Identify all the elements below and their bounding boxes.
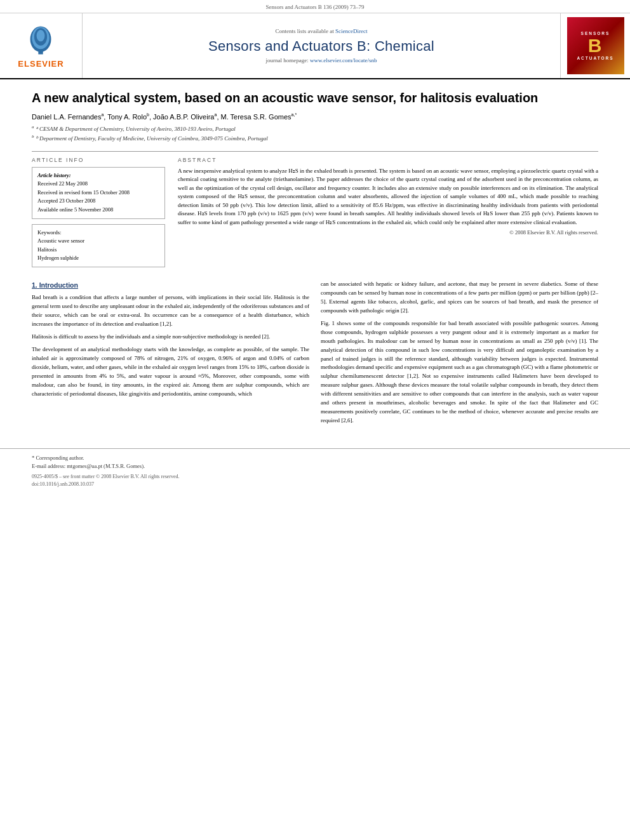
sensors-actuators-logo: SENSORS B ACTUATORS bbox=[567, 17, 624, 74]
article-area: A new analytical system, based on an aco… bbox=[0, 79, 630, 274]
contents-label: Contents lists available at bbox=[276, 28, 334, 34]
sciencedirect-link[interactable]: ScienceDirect bbox=[335, 28, 367, 34]
citation-text: Sensors and Actuators B 136 (2009) 73–79 bbox=[266, 4, 365, 10]
article-history-box: Article history: Received 22 May 2008 Re… bbox=[32, 167, 165, 219]
elsevier-tree-icon bbox=[22, 23, 60, 58]
corresponding-author-note: * Corresponding author. bbox=[32, 454, 598, 462]
keywords-label: Keywords: bbox=[37, 229, 159, 237]
sensors-logo-area: SENSORS B ACTUATORS bbox=[560, 13, 630, 78]
sensors-logo-b: B bbox=[577, 36, 613, 55]
corresponding-label: * Corresponding author. bbox=[32, 455, 84, 461]
doi-line: doi:10.1016/j.snb.2008.10.037 bbox=[32, 481, 598, 488]
elsevier-logo-area: ELSEVIER bbox=[0, 13, 83, 78]
intro-para2: Halitosis is difficult to assess by the … bbox=[32, 333, 309, 342]
abstract-label: ABSTRACT bbox=[178, 157, 598, 163]
received-revised-date: Received in revised form 15 October 2008 bbox=[37, 189, 159, 197]
citation-header: Sensors and Actuators B 136 (2009) 73–79 bbox=[0, 0, 630, 13]
footnote-area: * Corresponding author. E-mail address: … bbox=[0, 448, 630, 470]
affiliation-a: a ᵃ CESAM & Department of Chemistry, Uni… bbox=[32, 124, 598, 134]
right-column: can be associated with hepatic or kidney… bbox=[321, 280, 598, 429]
intro-para3: The development of an analytical methodo… bbox=[32, 345, 309, 399]
copyright-line: © 2008 Elsevier B.V. All rights reserved… bbox=[178, 229, 598, 236]
issn-line: 0925-4005/$ – see front matter © 2008 El… bbox=[32, 473, 598, 481]
authors-line: Daniel L.A. Fernandesa, Tony A. Rolob, J… bbox=[32, 112, 598, 121]
intro-section-title: 1. Introduction bbox=[32, 280, 309, 290]
elsevier-logo: ELSEVIER bbox=[18, 23, 64, 69]
svg-point-4 bbox=[37, 30, 45, 41]
history-label: Article history: bbox=[37, 171, 159, 180]
left-column: 1. Introduction Bad breath is a conditio… bbox=[32, 280, 309, 429]
email-label: E-mail address: bbox=[32, 463, 65, 469]
article-info-column: ARTICLE INFO Article history: Received 2… bbox=[32, 157, 165, 267]
intro-para1: Bad breath is a condition that affects a… bbox=[32, 293, 309, 329]
article-title: A new analytical system, based on an aco… bbox=[32, 90, 598, 106]
keyword-1: Acoustic wave sensor bbox=[37, 237, 159, 246]
article-info-label: ARTICLE INFO bbox=[32, 157, 165, 163]
article-divider bbox=[32, 151, 598, 152]
intro-title: Introduction bbox=[39, 281, 78, 289]
intro-para5: Fig. 1 shows some of the compounds respo… bbox=[321, 319, 598, 425]
received-date: Received 22 May 2008 bbox=[37, 180, 159, 189]
affiliation-b: b ᵇ Department of Dentistry, Faculty of … bbox=[32, 133, 598, 143]
intro-number: 1. bbox=[32, 281, 37, 289]
bottom-info: 0925-4005/$ – see front matter © 2008 El… bbox=[0, 470, 630, 491]
keyword-2: Halitosis bbox=[37, 246, 159, 255]
intro-para4: can be associated with hepatic or kidney… bbox=[321, 280, 598, 316]
available-date: Available online 5 November 2008 bbox=[37, 206, 159, 215]
main-content: 1. Introduction Bad breath is a conditio… bbox=[0, 274, 630, 442]
journal-homepage: journal homepage: www.elsevier.com/locat… bbox=[266, 57, 377, 63]
email-note: E-mail address: mtgomes@ua.pt (M.T.S.R. … bbox=[32, 462, 598, 470]
abstract-body: A new inexpensive analytical system to a… bbox=[178, 168, 598, 225]
main-two-column: 1. Introduction Bad breath is a conditio… bbox=[32, 280, 598, 429]
email-value: mtgomes@ua.pt (M.T.S.R. Gomes). bbox=[67, 463, 145, 469]
journal-title: Sensors and Actuators B: Chemical bbox=[208, 38, 434, 55]
journal-header-center: Contents lists available at ScienceDirec… bbox=[83, 13, 560, 78]
homepage-label: journal homepage: bbox=[266, 57, 309, 63]
contents-available-line: Contents lists available at ScienceDirec… bbox=[276, 28, 368, 34]
affiliations: a ᵃ CESAM & Department of Chemistry, Uni… bbox=[32, 124, 598, 143]
journal-header: ELSEVIER Contents lists available at Sci… bbox=[0, 13, 630, 79]
authors-text: Daniel L.A. Fernandesa, Tony A. Rolob, J… bbox=[32, 113, 297, 121]
abstract-text: A new inexpensive analytical system to a… bbox=[178, 167, 598, 227]
sensors-logo-line2: ACTUATORS bbox=[577, 55, 613, 61]
article-info-abstract: ARTICLE INFO Article history: Received 2… bbox=[32, 157, 598, 267]
abstract-column: ABSTRACT A new inexpensive analytical sy… bbox=[178, 157, 598, 267]
accepted-date: Accepted 23 October 2008 bbox=[37, 197, 159, 206]
homepage-link[interactable]: www.elsevier.com/locate/snb bbox=[310, 57, 377, 63]
keywords-box: Keywords: Acoustic wave sensor Halitosis… bbox=[32, 224, 165, 267]
keyword-3: Hydrogen sulphide bbox=[37, 254, 159, 263]
elsevier-wordmark: ELSEVIER bbox=[18, 59, 64, 69]
